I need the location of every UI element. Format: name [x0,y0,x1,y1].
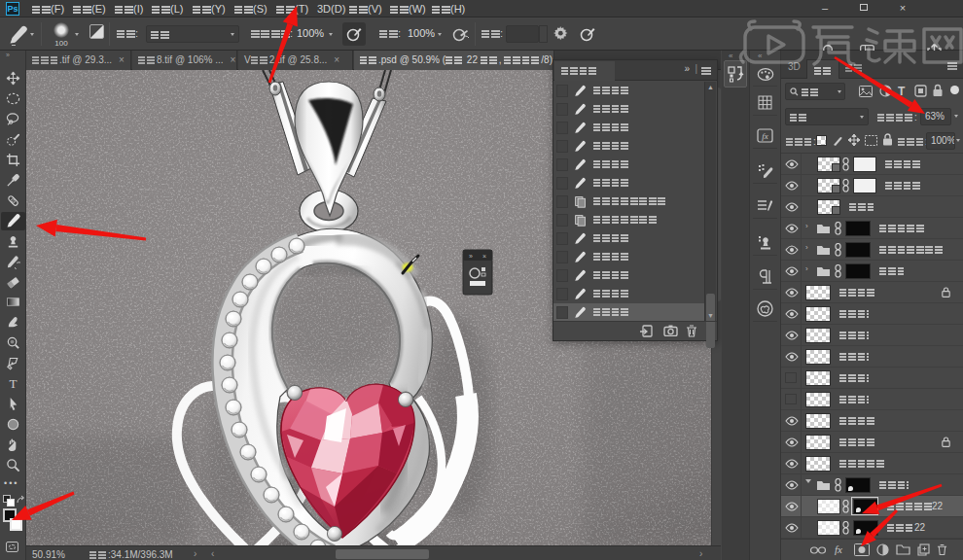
svg-text:»: » [469,253,473,260]
svg-text:fx: fx [762,131,768,141]
svg-text:T: T [9,376,17,391]
svg-text:×: × [482,253,486,260]
